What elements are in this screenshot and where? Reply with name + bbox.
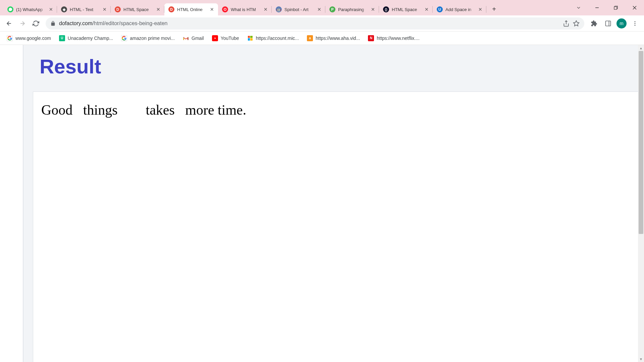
youtube-icon <box>212 35 218 41</box>
reload-button[interactable] <box>30 18 42 29</box>
tab-title: HTML - Text <box>70 7 99 12</box>
bookmark-gmail[interactable]: Gmail <box>179 33 207 43</box>
tab-what-is-html[interactable]: O What is HTM ✕ <box>218 3 272 15</box>
bookmark-star-icon[interactable] <box>573 20 580 27</box>
forward-button[interactable] <box>17 18 28 29</box>
tab-html-space-2[interactable]: () HTML Space ✕ <box>379 3 433 15</box>
svg-rect-1 <box>614 7 617 9</box>
tabs-container: (1) WhatsApp ✕ ◈ HTML - Text ✕ D HTML Sp… <box>3 0 499 15</box>
svg-rect-5 <box>606 21 611 26</box>
microsoft-icon <box>247 35 253 41</box>
bookmarks-bar: www.google.com U Unacademy Champ... amaz… <box>0 32 644 45</box>
maximize-button[interactable] <box>606 1 625 14</box>
bookmark-label: Unacademy Champ... <box>68 36 113 41</box>
bookmark-label: www.google.com <box>15 36 51 41</box>
scrollbar-track[interactable] <box>638 51 644 356</box>
bookmark-label: https://account.mic... <box>256 36 299 41</box>
share-icon[interactable] <box>563 20 570 27</box>
freecodecamp-icon: () <box>383 6 389 12</box>
svg-point-7 <box>635 21 636 22</box>
close-icon[interactable]: ✕ <box>48 7 54 12</box>
vertical-scrollbar[interactable]: ▲ ▼ <box>638 45 644 362</box>
page-content: Result Good things takes more time. ▲ ▼ <box>0 45 644 362</box>
tab-spinbot[interactable]: 🤖 Spinbot - Art ✕ <box>272 3 325 15</box>
svg-point-9 <box>635 24 636 25</box>
result-panel: Good things takes more time. <box>33 92 644 362</box>
tab-html-online[interactable]: D HTML Online ✕ <box>164 3 218 15</box>
bookmark-label: amazon prime movi... <box>130 36 175 41</box>
profile-avatar[interactable]: m <box>616 18 627 28</box>
bookmark-label: https://www.aha.vid... <box>316 36 360 41</box>
diamond-icon: ◈ <box>61 6 67 12</box>
tab-add-space[interactable]: U Add Space in ✕ <box>433 3 486 15</box>
bookmark-amazon-prime[interactable]: amazon prime movi... <box>118 33 178 43</box>
svg-point-8 <box>635 23 636 24</box>
bookmark-youtube[interactable]: YouTube <box>209 33 243 43</box>
toolbar-right: m <box>588 18 641 29</box>
bookmark-aha[interactable]: a https://www.aha.vid... <box>304 33 363 43</box>
result-header: Result <box>23 45 644 92</box>
tab-search-button[interactable] <box>573 2 584 13</box>
tab-title: HTML Space <box>123 7 153 12</box>
close-window-button[interactable] <box>625 1 644 14</box>
whatsapp-icon <box>7 6 13 12</box>
close-icon[interactable]: ✕ <box>209 7 215 12</box>
dofactory-icon: D <box>115 6 121 12</box>
url-text: dofactory.com/html/editor/spaces-being-e… <box>59 20 559 26</box>
result-heading: Result <box>40 55 631 78</box>
lock-icon <box>50 21 56 26</box>
tab-title: HTML Online <box>177 7 207 12</box>
tab-paraphrasing[interactable]: P Paraphrasing ✕ <box>325 3 379 15</box>
bookmark-microsoft[interactable]: https://account.mic... <box>244 33 302 43</box>
upgrad-icon: U <box>437 6 443 12</box>
address-bar[interactable]: dofactory.com/html/editor/spaces-being-e… <box>46 17 584 29</box>
extensions-button[interactable] <box>588 18 600 29</box>
tab-html-space-1[interactable]: D HTML Space ✕ <box>111 3 164 15</box>
unacademy-icon: U <box>59 35 65 41</box>
bookmark-label: https://www.netflix.... <box>377 36 420 41</box>
scrollbar-thumb[interactable] <box>639 51 643 234</box>
new-tab-button[interactable]: + <box>489 4 499 14</box>
scroll-down-arrow-icon[interactable]: ▼ <box>638 356 644 362</box>
bookmark-label: YouTube <box>221 36 239 41</box>
tab-title: What is HTM <box>231 7 260 12</box>
left-gutter <box>0 45 23 362</box>
spinbot-icon: 🤖 <box>276 6 282 12</box>
back-button[interactable] <box>3 18 15 29</box>
result-output-text: Good things takes more time. <box>41 102 636 118</box>
close-icon[interactable]: ✕ <box>370 7 376 12</box>
netflix-icon: N <box>368 35 374 41</box>
close-icon[interactable]: ✕ <box>102 7 107 12</box>
svg-marker-4 <box>574 20 579 26</box>
tab-title: Paraphrasing <box>338 7 368 12</box>
scroll-up-arrow-icon[interactable]: ▲ <box>638 45 644 51</box>
bookmark-google[interactable]: www.google.com <box>3 33 54 43</box>
browser-toolbar: dofactory.com/html/editor/spaces-being-e… <box>0 15 644 32</box>
opera-icon: O <box>222 6 228 12</box>
chrome-menu-button[interactable] <box>629 18 641 29</box>
close-icon[interactable]: ✕ <box>478 7 483 12</box>
side-panel-button[interactable] <box>602 18 614 29</box>
aha-icon: a <box>307 35 313 41</box>
main-area: Result Good things takes more time. <box>23 45 644 362</box>
bookmark-netflix[interactable]: N https://www.netflix.... <box>365 33 423 43</box>
window-controls <box>573 0 644 15</box>
close-icon[interactable]: ✕ <box>317 7 322 12</box>
close-icon[interactable]: ✕ <box>424 7 429 12</box>
tab-whatsapp[interactable]: (1) WhatsApp ✕ <box>3 3 57 15</box>
tab-title: (1) WhatsApp <box>16 7 46 12</box>
bookmark-unacademy[interactable]: U Unacademy Champ... <box>56 33 116 43</box>
close-icon[interactable]: ✕ <box>263 7 268 12</box>
google-icon <box>7 35 13 41</box>
svg-marker-10 <box>214 37 216 39</box>
bookmark-label: Gmail <box>192 36 204 41</box>
google-icon <box>121 35 127 41</box>
tab-title: Add Space in <box>445 7 475 12</box>
gmail-icon <box>183 35 189 41</box>
tab-html-text[interactable]: ◈ HTML - Text ✕ <box>57 3 111 15</box>
browser-titlebar: (1) WhatsApp ✕ ◈ HTML - Text ✕ D HTML Sp… <box>0 0 644 15</box>
tab-title: Spinbot - Art <box>284 7 314 12</box>
minimize-button[interactable] <box>588 1 606 14</box>
close-icon[interactable]: ✕ <box>156 7 161 12</box>
tab-title: HTML Space <box>392 7 421 12</box>
